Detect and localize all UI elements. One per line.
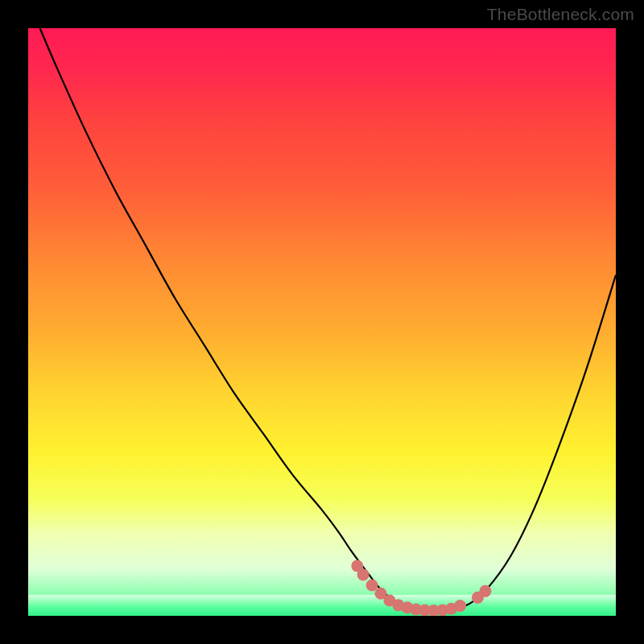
data-marker [357, 568, 369, 580]
data-marker [366, 580, 378, 592]
curve-layer [28, 28, 616, 616]
bottleneck-curve [40, 28, 616, 611]
watermark-text: TheBottleneck.com [487, 5, 634, 24]
data-marker [454, 600, 466, 612]
chart-frame: TheBottleneck.com [0, 0, 644, 644]
data-marker [479, 585, 491, 597]
marker-group [351, 559, 491, 616]
plot-area [28, 28, 616, 616]
